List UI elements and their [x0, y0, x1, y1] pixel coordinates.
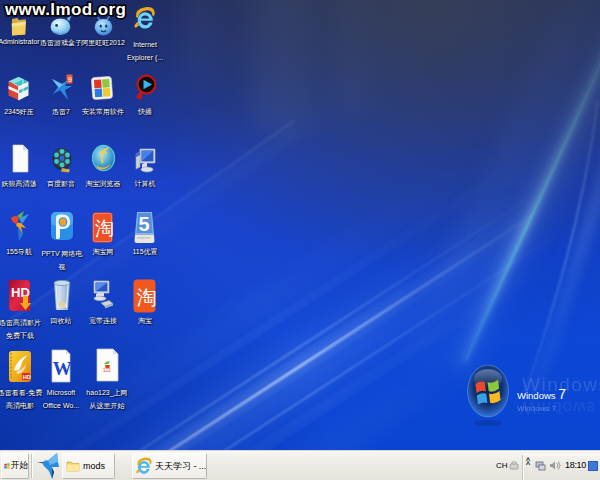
svg-text:123: 123: [103, 368, 111, 373]
svg-text:淘: 淘: [95, 218, 113, 239]
svg-text:淘: 淘: [137, 286, 156, 308]
svg-text:Windows 7: Windows 7: [517, 404, 557, 413]
svg-text:5: 5: [139, 213, 150, 235]
svg-text:9: 9: [68, 76, 72, 83]
svg-text:HD: HD: [23, 374, 31, 380]
svg-text:W: W: [53, 358, 71, 379]
